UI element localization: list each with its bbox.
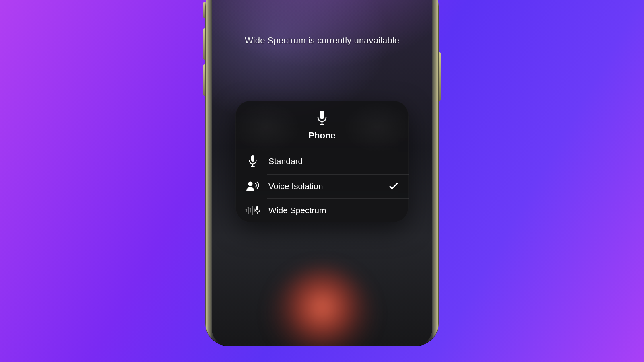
svg-rect-12 — [256, 206, 258, 210]
svg-rect-14 — [256, 214, 259, 214]
mic-mode-card-title: Phone — [308, 130, 335, 141]
mic-mode-option-label: Standard — [268, 156, 380, 166]
svg-rect-5 — [251, 166, 255, 167]
mic-mode-option-standard[interactable]: Standard — [235, 148, 409, 174]
svg-rect-13 — [257, 212, 258, 214]
person-speaking-icon — [245, 181, 260, 192]
svg-rect-1 — [322, 121, 323, 124]
svg-rect-7 — [246, 209, 246, 212]
phone-screen: Wide Spectrum is currently unavailable P… — [212, 0, 432, 346]
checkmark-icon — [388, 183, 399, 190]
svg-rect-2 — [320, 124, 324, 125]
status-toast: Wide Spectrum is currently unavailable — [212, 35, 432, 46]
microphone-icon — [245, 155, 260, 168]
svg-rect-0 — [320, 111, 324, 119]
svg-rect-9 — [250, 208, 250, 213]
mic-mode-option-wide-spectrum[interactable]: Wide Spectrum — [235, 198, 409, 222]
phone-mockup: Wide Spectrum is currently unavailable P… — [205, 0, 439, 346]
status-toast-text: Wide Spectrum is currently unavailable — [245, 35, 399, 45]
svg-rect-4 — [252, 164, 253, 167]
microphone-icon — [316, 110, 328, 126]
waveform-mic-icon — [245, 205, 260, 216]
svg-point-6 — [248, 182, 253, 186]
mic-mode-card: Phone Standard — [235, 101, 409, 222]
svg-rect-8 — [248, 207, 248, 214]
mic-mode-option-voice-isolation[interactable]: Voice Isolation — [235, 174, 409, 198]
mic-mode-card-header: Phone — [235, 101, 409, 148]
mic-mode-option-label: Wide Spectrum — [268, 206, 380, 215]
svg-rect-3 — [251, 155, 254, 162]
mic-mode-option-label: Voice Isolation — [268, 181, 380, 191]
svg-rect-10 — [252, 206, 252, 215]
svg-rect-11 — [254, 208, 254, 212]
backdrop: Wide Spectrum is currently unavailable P… — [0, 0, 644, 362]
bottom-glow — [270, 265, 374, 346]
